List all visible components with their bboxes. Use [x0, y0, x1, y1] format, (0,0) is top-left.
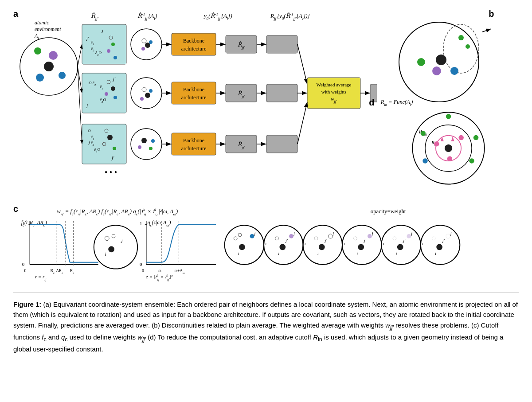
panel-b: b: [364, 9, 519, 199]
svg-text:←: ←: [303, 240, 310, 247]
svg-text:j': j': [285, 238, 288, 243]
svg-text:Backbone: Backbone: [183, 86, 204, 93]
svg-point-51: [140, 97, 144, 101]
main-container: a atomic environment Ai R̂jj': [0, 0, 532, 402]
svg-text:architecture: architecture: [181, 94, 207, 101]
svg-rect-13: [82, 24, 126, 64]
svg-point-77: [107, 135, 113, 140]
svg-text:j: j: [332, 231, 334, 236]
svg-text:0: 0: [142, 268, 144, 273]
svg-text:j': j': [112, 76, 116, 82]
svg-point-5: [49, 51, 58, 60]
svg-point-188: [354, 237, 357, 240]
svg-point-116: [445, 144, 452, 152]
svg-text:j': j': [324, 238, 328, 243]
svg-text:Backbone: Backbone: [183, 38, 204, 44]
svg-point-117: [459, 135, 464, 140]
svg-text:Rin = Func(Ai): Rin = Func(Ai): [380, 99, 413, 107]
svg-point-143: [94, 225, 137, 269]
svg-point-104: [436, 55, 446, 65]
svg-point-102: [417, 58, 425, 66]
svg-text:architecture: architecture: [181, 145, 207, 152]
svg-text:Backbone: Backbone: [183, 137, 204, 144]
svg-text:qc(z|ω, Δω): qc(z|ω, Δω): [148, 219, 171, 227]
svg-text:←: ←: [381, 240, 388, 247]
svg-point-27: [149, 40, 153, 44]
svg-text:j': j': [403, 238, 406, 243]
svg-point-119: [447, 156, 452, 161]
svg-point-103: [432, 66, 441, 75]
svg-text:atomic: atomic: [35, 20, 49, 26]
svg-text:i: i: [356, 251, 358, 256]
svg-point-21: [107, 49, 110, 53]
svg-rect-61: [266, 84, 297, 102]
svg-point-181: [314, 237, 318, 240]
svg-text:wjj' = fc(rij|Rc, ΔRc) fc(rij': wjj' = fc(rij|Rc, ΔRc) fc(rij'|Rc, ΔRc) …: [57, 208, 178, 216]
svg-point-22: [113, 56, 117, 59]
svg-point-190: [407, 234, 411, 238]
caption-text: (a) Equivariant coordinate-system ensemb…: [13, 301, 518, 353]
svg-point-26: [141, 47, 145, 51]
svg-point-81: [141, 138, 147, 143]
svg-line-108: [482, 29, 491, 32]
svg-point-120: [473, 135, 478, 140]
svg-text:i: i: [396, 251, 397, 256]
svg-point-50: [145, 93, 150, 98]
panel-a: a atomic environment Ai R̂jj': [13, 9, 364, 199]
svg-point-185: [358, 244, 364, 250]
svg-text:←: ←: [421, 240, 428, 247]
divider: [13, 292, 519, 293]
svg-point-147: [108, 246, 114, 252]
svg-point-52: [149, 89, 153, 93]
svg-text:1: 1: [140, 221, 142, 226]
svg-text:j: j: [121, 238, 123, 243]
svg-text:i: i: [105, 251, 106, 257]
svg-point-83: [149, 147, 153, 150]
svg-point-105: [450, 67, 458, 75]
svg-point-167: [238, 233, 242, 237]
svg-point-45: [111, 86, 115, 91]
svg-text:R̂-1jj'[Ai]: R̂-1jj'[Ai]: [137, 12, 157, 21]
svg-point-47: [113, 96, 117, 99]
svg-text:0: 0: [24, 268, 27, 273]
section-c: c wjj' = fc(rij|Rc, ΔRc) fc(rij'|Rc, ΔRc…: [13, 202, 519, 292]
svg-point-121: [421, 131, 426, 136]
svg-point-46: [105, 92, 108, 96]
svg-text:y0(R̂-1jj'[Ai]): y0(R̂-1jj'[Ai]): [203, 12, 232, 21]
panel-b-svg: [359, 13, 519, 102]
svg-point-169: [289, 234, 293, 238]
svg-point-20: [111, 43, 115, 46]
svg-rect-29: [172, 33, 216, 55]
svg-point-144: [105, 236, 109, 241]
svg-text:Weighted average: Weighted average: [317, 82, 352, 87]
svg-point-197: [446, 234, 450, 238]
svg-text:Rjj'[y0(R̂-1jj'[Ai])]: Rjj'[y0(R̂-1jj'[Ai])]: [270, 12, 310, 21]
svg-text:ω+Δω: ω+Δω: [175, 268, 185, 274]
svg-point-79: [113, 147, 116, 150]
svg-text:j: j: [450, 231, 452, 236]
svg-point-4: [34, 47, 41, 55]
svg-text:0: 0: [22, 261, 24, 267]
svg-rect-36: [266, 35, 297, 53]
svg-point-162: [250, 234, 254, 238]
svg-text:i: i: [317, 251, 319, 256]
svg-point-183: [368, 234, 372, 238]
svg-text:architecture: architecture: [181, 46, 207, 52]
svg-point-202: [432, 237, 435, 240]
svg-text:j': j': [111, 155, 114, 160]
svg-line-94: [297, 102, 307, 144]
svg-point-8: [59, 72, 66, 79]
svg-text:1: 1: [22, 221, 24, 226]
svg-line-37: [297, 44, 307, 84]
svg-rect-38: [82, 73, 126, 113]
svg-point-107: [466, 44, 470, 49]
svg-text:i: i: [278, 251, 280, 256]
svg-point-192: [397, 244, 403, 250]
svg-point-24: [142, 39, 146, 43]
svg-point-101: [443, 24, 479, 73]
caption: Figure 1: (a) Equivariant coordinate-sys…: [13, 299, 519, 355]
svg-line-97: [78, 66, 82, 144]
svg-point-171: [279, 244, 286, 250]
svg-text:j': j': [442, 238, 445, 243]
svg-text:R̂jj': R̂jj': [91, 12, 99, 21]
